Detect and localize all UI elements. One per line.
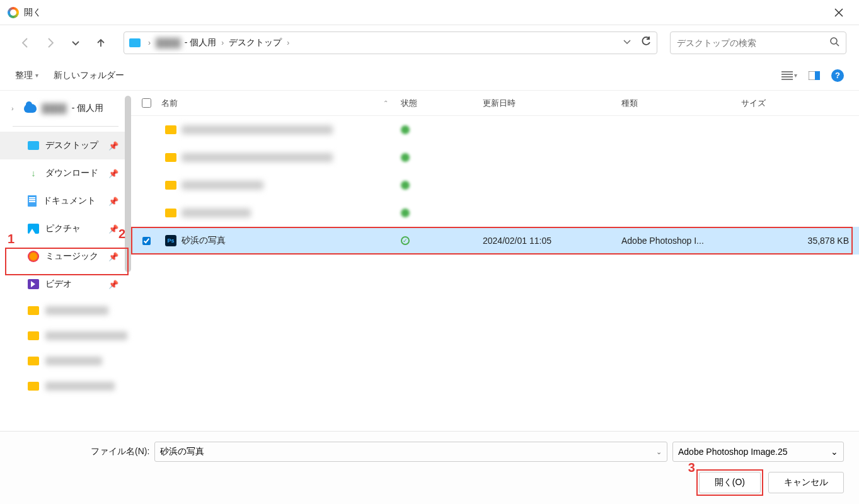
sidebar-item-downloads[interactable]: ↓ ダウンロード 📌	[0, 159, 131, 187]
title-bar: 開く	[0, 0, 859, 25]
sidebar-item-blurred[interactable]	[0, 298, 131, 323]
pin-icon[interactable]: 📌	[108, 224, 118, 234]
annotation-1: 1	[8, 232, 14, 246]
document-icon	[28, 195, 37, 207]
status-synced-icon: ✓	[401, 236, 410, 245]
main-area: › ████ - 個人用 1 デスクトップ 📌 ↓ ダウンロード 📌 ドキュメン…	[0, 91, 859, 431]
chevron-right-icon: ›	[147, 38, 152, 47]
sidebar-item-music[interactable]: ミュージック 📌	[0, 243, 131, 270]
back-button[interactable]	[15, 33, 35, 53]
breadcrumb-personal[interactable]: - 個人用	[185, 37, 217, 49]
app-icon	[8, 7, 19, 18]
video-icon	[28, 279, 39, 289]
folder-icon	[28, 357, 39, 365]
sidebar-item-blurred[interactable]	[0, 323, 131, 348]
filename-input[interactable]: 砂浜の写真 ⌄	[154, 442, 667, 462]
svg-rect-2	[815, 71, 820, 80]
filename-label: ファイル名(N):	[91, 446, 149, 457]
file-row-blurred[interactable]	[131, 144, 859, 171]
chevron-right-icon: ›	[285, 38, 291, 47]
tree-onedrive[interactable]: › ████ - 個人用	[0, 96, 131, 121]
column-size[interactable]: サイズ	[741, 98, 859, 109]
sidebar-item-videos[interactable]: ビデオ 📌	[0, 270, 131, 298]
sidebar: › ████ - 個人用 1 デスクトップ 📌 ↓ ダウンロード 📌 ドキュメン…	[0, 91, 131, 431]
column-status[interactable]: 状態	[401, 98, 483, 109]
sidebar-item-blurred[interactable]	[0, 374, 131, 399]
column-name[interactable]: 名前⌃	[161, 98, 401, 109]
pin-icon[interactable]: 📌	[108, 169, 118, 178]
file-date: 2024/02/01 11:05	[483, 236, 621, 246]
folder-icon	[165, 153, 176, 162]
folder-icon	[28, 306, 39, 315]
status-icon	[401, 153, 410, 162]
select-all-checkbox[interactable]	[142, 98, 151, 108]
folder-icon	[165, 125, 176, 134]
filetype-select[interactable]: Adobe Photoshop Image.25 ⌄	[672, 442, 844, 462]
search-input[interactable]	[677, 38, 829, 48]
music-icon	[28, 251, 39, 262]
file-row-selected[interactable]: Ps 砂浜の写真 ✓ 2024/02/01 11:05 Adobe Photos…	[131, 227, 859, 255]
status-icon	[401, 125, 410, 134]
chevron-right-icon: ›	[220, 38, 225, 47]
column-date[interactable]: 更新日時	[483, 98, 621, 109]
organize-menu[interactable]: 整理▾	[15, 70, 38, 81]
sidebar-item-desktop[interactable]: デスクトップ 📌	[0, 132, 131, 159]
open-button[interactable]: 開く(O)	[699, 472, 761, 493]
row-checkbox[interactable]	[142, 237, 151, 245]
sidebar-item-pictures[interactable]: ピクチャ 📌	[0, 215, 131, 243]
sidebar-item-documents[interactable]: ドキュメント 📌	[0, 187, 131, 215]
file-size: 35,878 KB	[741, 236, 859, 246]
footer: ファイル名(N): 砂浜の写真 ⌄ Adobe Photoshop Image.…	[0, 431, 859, 504]
folder-icon	[165, 181, 176, 190]
help-button[interactable]: ?	[831, 69, 844, 82]
onedrive-icon	[24, 104, 37, 113]
divider	[13, 126, 118, 127]
address-dropdown[interactable]	[623, 37, 631, 49]
desktop-icon	[28, 141, 39, 150]
monitor-icon	[129, 38, 141, 47]
folder-icon	[165, 209, 176, 217]
pin-icon[interactable]: 📌	[108, 197, 118, 206]
nav-row: › ████ - 個人用 › デスクトップ ›	[0, 25, 859, 60]
svg-point-0	[831, 38, 837, 44]
status-icon	[401, 209, 410, 217]
file-row-blurred[interactable]	[131, 116, 859, 144]
folder-icon	[28, 382, 39, 391]
forward-button[interactable]	[40, 33, 61, 53]
annotation-2: 2	[118, 227, 125, 241]
search-box[interactable]	[670, 32, 846, 54]
annotation-3: 3	[688, 461, 695, 475]
status-icon	[401, 181, 410, 190]
panel-icon	[809, 71, 820, 80]
toolbar: 整理▾ 新しいフォルダー ▾ ?	[0, 60, 859, 91]
column-type[interactable]: 種類	[621, 98, 741, 109]
up-button[interactable]	[91, 33, 111, 53]
pin-icon[interactable]: 📌	[108, 280, 118, 289]
new-folder-button[interactable]: 新しいフォルダー	[54, 70, 124, 81]
expand-icon: ›	[11, 105, 19, 112]
cancel-button[interactable]: キャンセル	[768, 472, 844, 493]
breadcrumb-user[interactable]: ████	[156, 38, 181, 48]
photoshop-icon: Ps	[165, 235, 176, 246]
close-button[interactable]	[826, 0, 851, 25]
list-icon	[781, 71, 793, 80]
breadcrumb-desktop[interactable]: デスクトップ	[229, 37, 282, 49]
chevron-down-icon[interactable]: ⌄	[656, 448, 662, 456]
recent-dropdown[interactable]	[66, 33, 86, 53]
chevron-down-icon: ⌄	[831, 447, 838, 457]
pin-icon[interactable]: 📌	[108, 141, 118, 151]
column-headers: 名前⌃ 状態 更新日時 種類 サイズ	[131, 91, 859, 116]
preview-pane-button[interactable]	[809, 71, 820, 80]
pin-icon[interactable]: 📌	[108, 252, 118, 261]
file-row-blurred[interactable]	[131, 199, 859, 227]
address-bar[interactable]: › ████ - 個人用 › デスクトップ ›	[124, 32, 657, 54]
sidebar-item-blurred[interactable]	[0, 348, 131, 374]
sort-icon: ⌃	[383, 100, 388, 106]
close-icon	[834, 8, 843, 17]
scrollbar[interactable]	[125, 96, 131, 272]
file-name: 砂浜の写真	[182, 235, 226, 246]
refresh-button[interactable]	[640, 36, 652, 50]
view-mode-button[interactable]: ▾	[781, 71, 797, 80]
search-icon	[829, 37, 839, 49]
file-row-blurred[interactable]	[131, 171, 859, 199]
